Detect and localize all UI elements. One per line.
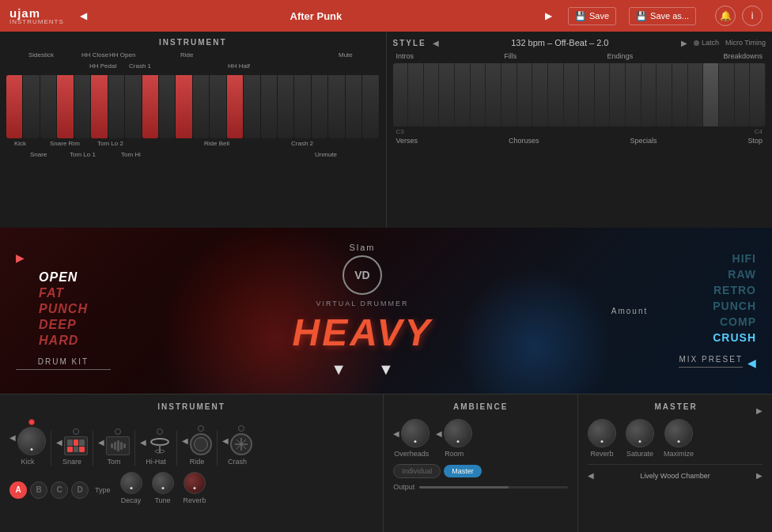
- info-icon-button[interactable]: i: [742, 6, 763, 26]
- mix-preset-raw[interactable]: RAW: [728, 268, 756, 281]
- type-btn-c[interactable]: C: [51, 481, 68, 499]
- style-arrow-left[interactable]: ◀: [433, 39, 439, 47]
- snare-arrow-left[interactable]: ◀: [56, 438, 62, 447]
- instrument-panel-title: INSTRUMENT: [6, 38, 380, 47]
- style-label-intros: Intros: [396, 52, 414, 60]
- room-knob[interactable]: [444, 419, 472, 447]
- bottom-section: INSTRUMENT ◀ Kick: [0, 394, 772, 532]
- type-btn-b[interactable]: B: [30, 481, 47, 499]
- reverb-room-arrow-left[interactable]: ◀: [588, 471, 594, 480]
- decay-knob[interactable]: [120, 472, 142, 494]
- tom-arrow-left[interactable]: ◀: [98, 438, 104, 447]
- ride-arrow-left[interactable]: ◀: [182, 436, 188, 445]
- preset-punch[interactable]: PUNCH: [39, 302, 88, 316]
- snare-label: Snare: [62, 458, 81, 466]
- drum-kit-arrow[interactable]: ▶: [16, 251, 25, 264]
- overheads-arrow-left[interactable]: ◀: [393, 429, 399, 438]
- label-hh-half: HH Half: [228, 62, 250, 70]
- drum-kit-label: DRUM KIT: [16, 357, 111, 370]
- label-hh-close: HH Close: [81, 51, 108, 58]
- tune-knob[interactable]: [152, 472, 174, 494]
- output-section: Individual Master Output: [393, 464, 568, 491]
- preset-open[interactable]: OPEN: [39, 270, 88, 285]
- separator-1: [51, 431, 51, 466]
- overheads-knob[interactable]: [401, 419, 430, 447]
- hihat-icon: [148, 436, 172, 455]
- mix-preset-punch[interactable]: PUNCH: [713, 300, 756, 312]
- style-arrow-right[interactable]: ▶: [681, 39, 687, 47]
- latch-button[interactable]: Latch: [694, 39, 719, 47]
- tom-label: Tom: [107, 458, 120, 466]
- style-c4-label: C4: [755, 128, 763, 135]
- master-arrow-right[interactable]: ▶: [756, 406, 763, 415]
- style-label-endings: Endings: [607, 52, 634, 60]
- latch-dot: [694, 40, 699, 46]
- mix-preset-retro[interactable]: RETRO: [713, 284, 756, 296]
- preset-fat[interactable]: FAT: [39, 286, 88, 300]
- mix-preset-hifi[interactable]: HIFI: [732, 252, 756, 265]
- hihat-label: Hi-Hat: [146, 458, 166, 466]
- bottom-instrument-title: INSTRUMENT: [9, 402, 373, 411]
- mix-preset-comp[interactable]: COMP: [720, 315, 756, 328]
- output-individual-btn[interactable]: Individual: [393, 464, 441, 478]
- mix-preset-crush[interactable]: CRUSH: [713, 331, 756, 344]
- drum-kit-presets: OPEN FAT PUNCH DEEP HARd: [39, 270, 88, 348]
- master-reverb-label: Reverb: [591, 450, 614, 458]
- amount-label: Amount: [611, 307, 648, 315]
- separator-5: [217, 431, 218, 466]
- style-c3-label: C3: [396, 128, 404, 135]
- reverb-room-arrow-right[interactable]: ▶: [756, 471, 763, 480]
- type-btn-d[interactable]: D: [71, 481, 89, 499]
- master-reverb-knob[interactable]: [588, 419, 616, 447]
- tune-label: Tune: [154, 496, 170, 504]
- master-maximize-knob[interactable]: [664, 419, 693, 447]
- style-label-specials: Specials: [630, 137, 657, 145]
- style-keyboard[interactable]: [393, 63, 766, 126]
- room-arrow-left[interactable]: ◀: [436, 429, 442, 438]
- bottom-instrument-section: INSTRUMENT ◀ Kick: [0, 394, 384, 532]
- save-as-button[interactable]: 💾 Save as...: [629, 7, 696, 25]
- mix-preset-arrow[interactable]: ◀: [747, 357, 756, 369]
- crash-arrow-left[interactable]: ◀: [222, 436, 229, 445]
- label-crash2: Crash 2: [291, 140, 313, 147]
- kick-arrow-left[interactable]: ◀: [9, 433, 16, 442]
- vd-logo: VD: [342, 255, 382, 295]
- style-label-stop: Stop: [747, 137, 763, 145]
- hihat-arrow-left[interactable]: ◀: [140, 438, 146, 447]
- master-saturate-knob[interactable]: [626, 419, 654, 447]
- mix-preset-label: MIX PRESET: [679, 355, 743, 368]
- drum-kit-section: ▶ OPEN FAT PUNCH DEEP HARd DRUM KIT: [0, 228, 127, 394]
- nav-prev-arrow[interactable]: ◀: [77, 9, 90, 23]
- label-unmute: Unmute: [315, 151, 337, 158]
- bottom-ambience-title: AMBIENCE: [393, 402, 568, 411]
- preset-hard[interactable]: HARd: [39, 334, 88, 348]
- room-label: Room: [445, 450, 464, 458]
- amount-section: Amount: [598, 228, 661, 394]
- master-knobs: Reverb Saturate Maximize: [588, 419, 763, 458]
- master-saturate-label: Saturate: [626, 450, 653, 458]
- label-hh-open: HH Open: [109, 51, 135, 58]
- instrument-panel: INSTRUMENT Sidestick HH Close HH Open Ri…: [0, 32, 387, 228]
- save-button[interactable]: 💾 Save: [568, 7, 616, 25]
- kick-knob[interactable]: [17, 427, 46, 455]
- style-label-breakdowns: Breakdowns: [723, 52, 763, 60]
- separator-3: [134, 431, 135, 466]
- reverb-knob-label: Reverb: [184, 496, 206, 504]
- reverb-knob[interactable]: [184, 472, 206, 494]
- style-label-verses: Verses: [396, 137, 418, 145]
- bell-icon-button[interactable]: 🔔: [715, 6, 736, 26]
- output-slider[interactable]: [419, 486, 568, 489]
- output-master-btn[interactable]: Master: [444, 465, 482, 477]
- type-btn-a[interactable]: A: [9, 481, 27, 499]
- nav-next-arrow[interactable]: ▶: [542, 9, 555, 23]
- center-section: Slam VD VIRTUAL DRUMMER HEAVY ▼ ▼: [127, 228, 598, 394]
- kick-knob-dot: [31, 448, 33, 451]
- crash-indicator: [238, 425, 244, 432]
- heavy-title: HEAVY: [293, 311, 433, 354]
- tom-indicator: [115, 428, 121, 435]
- preset-deep[interactable]: DEEP: [39, 318, 88, 332]
- crash-label: Crash: [228, 458, 247, 466]
- instrument-keyboard[interactable]: [6, 75, 380, 138]
- master-maximize-label: Maximize: [664, 450, 694, 458]
- piano-key-c1[interactable]: [6, 75, 23, 138]
